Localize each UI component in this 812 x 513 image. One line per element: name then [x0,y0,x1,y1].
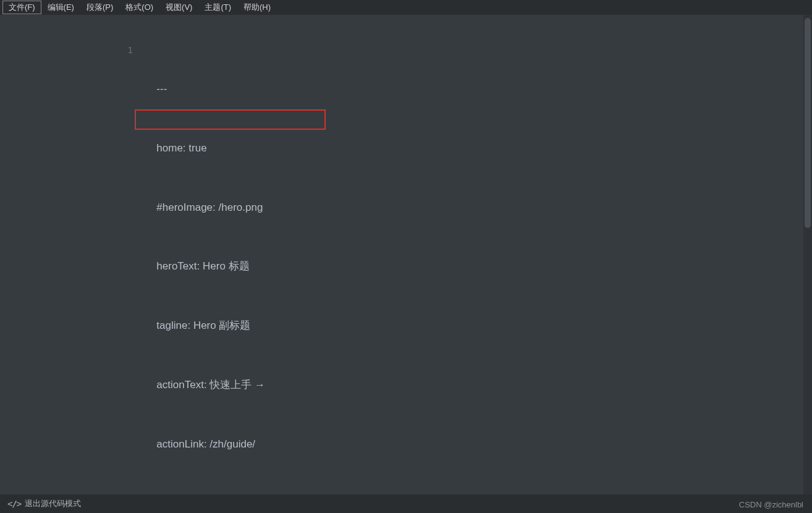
code-line[interactable]: actionText: 快速上手 → [139,355,787,415]
code-line[interactable]: #heroImage: /hero.png [139,178,787,237]
code-text: actionText: 快速上手 → [156,379,265,391]
code-line[interactable]: home: true [139,119,787,178]
exit-source-mode-label: 退出源代码模式 [25,498,81,509]
code-icon: </> [7,499,21,509]
menu-edit[interactable]: 编辑(E) [41,1,80,14]
menu-view[interactable]: 视图(V) [159,1,198,14]
menu-help[interactable]: 帮助(H) [237,1,277,14]
code-text: heroText: Hero 标题 [156,260,249,272]
exit-source-mode-button[interactable]: </> 退出源代码模式 [7,498,81,509]
code-line[interactable]: tagline: Hero 副标题 [139,296,787,355]
statusbar: </> 退出源代码模式 [0,494,812,513]
code-line[interactable]: heroText: Hero 标题 [139,237,787,297]
menu-file[interactable]: 文件(F) [2,1,41,14]
line-number: 1 [108,42,133,58]
menu-format[interactable]: 格式(O) [119,1,159,14]
code-text: --- [156,83,167,95]
menu-paragraph[interactable]: 段落(P) [80,1,119,14]
menu-theme[interactable]: 主题(T) [198,1,237,14]
code-line[interactable]: features: [139,474,787,494]
scrollbar-track[interactable] [803,15,812,494]
source-code-editor[interactable]: 1 --- home: true #heroImage: /hero.png h… [0,15,812,494]
code-text: #heroImage: /hero.png [156,201,263,213]
scrollbar-thumb[interactable] [805,18,811,228]
code-line[interactable]: actionLink: /zh/guide/ [139,415,787,474]
code-text: tagline: Hero 副标题 [156,320,250,331]
code-line[interactable]: 1 --- [139,40,787,119]
menubar: 文件(F) 编辑(E) 段落(P) 格式(O) 视图(V) 主题(T) 帮助(H… [0,0,812,15]
code-text: home: true [156,142,206,154]
code-content[interactable]: 1 --- home: true #heroImage: /hero.png h… [139,40,787,494]
code-text: actionLink: /zh/guide/ [156,438,255,450]
